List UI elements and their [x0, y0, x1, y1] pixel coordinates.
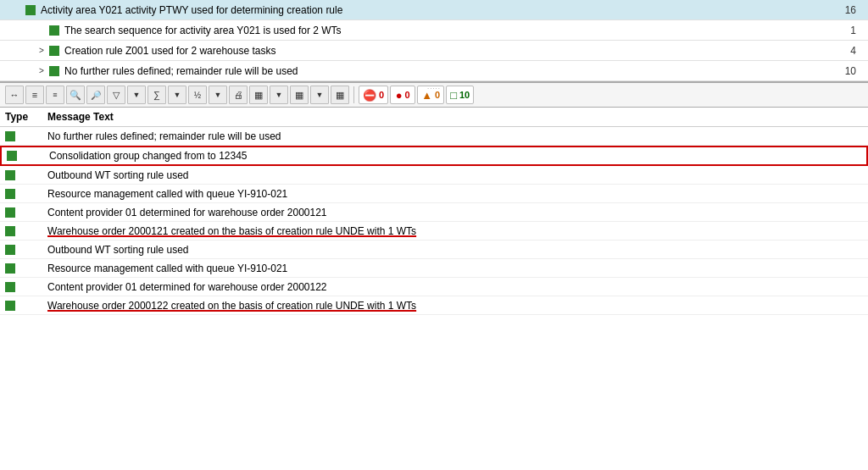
- status-icon-2: [49, 46, 59, 56]
- tree-row-count-0: 16: [837, 4, 863, 16]
- tree-row-0[interactable]: Activity area Y021 activity PTWY used fo…: [0, 0, 868, 20]
- status-icon-3: [49, 66, 59, 76]
- info-badge[interactable]: □ 10: [446, 86, 474, 104]
- status-icon-0: [25, 5, 36, 15]
- message-row-1[interactable]: Consolidation group changed from to 1234…: [0, 146, 868, 166]
- message-row-2[interactable]: Outbound WT sorting rule used: [0, 166, 868, 185]
- msg-status-icon-2: [5, 170, 15, 180]
- tree-toggle-2[interactable]: >: [36, 45, 47, 57]
- message-row-6[interactable]: Outbound WT sorting rule used: [0, 241, 868, 259]
- drag-handle: .....: [427, 83, 441, 91]
- expand-btn[interactable]: ↔: [5, 86, 24, 104]
- msg-type-1: [7, 151, 49, 161]
- info-count: 10: [459, 90, 470, 100]
- tree-row-text-3: No further rules defined; remainder rule…: [64, 65, 837, 77]
- msg-text-9: Warehouse order 2000122 created on the b…: [47, 300, 863, 312]
- toolbar-separator: [353, 86, 354, 103]
- toolbar: ..... ↔ ≡ ≡ 🔍 🔎 ▽ ▼ ∑ ▼ ½ ▼ 🖨 ▦ ▼ ▦ ▼ ▦ …: [0, 83, 868, 108]
- grid-dropdown-btn[interactable]: ▼: [270, 86, 288, 104]
- stop-badge[interactable]: ⛔ 0: [359, 86, 388, 104]
- message-row-0[interactable]: No further rules defined; remainder rule…: [0, 127, 868, 146]
- search-btn[interactable]: 🔍: [66, 86, 85, 104]
- message-row-5[interactable]: Warehouse order 2000121 created on the b…: [0, 222, 868, 241]
- align-left-btn[interactable]: ≡: [25, 86, 44, 104]
- tree-section: Activity area Y021 activity PTWY used fo…: [0, 0, 868, 83]
- msg-type-9: [5, 301, 47, 311]
- tree-row-count-3: 10: [837, 65, 863, 77]
- msg-type-4: [5, 207, 47, 218]
- tree-row-text-1: The search sequence for activity area Y0…: [64, 25, 837, 36]
- stop-icon: ⛔: [363, 89, 376, 102]
- grid-btn[interactable]: ▦: [249, 86, 268, 104]
- text-column-header: Message Text: [47, 111, 863, 123]
- sum-dropdown-btn[interactable]: ▼: [168, 86, 186, 104]
- message-row-3[interactable]: Resource management called with queue YI…: [0, 185, 868, 203]
- tree-row-2[interactable]: > Creation rule Z001 used for 2 warehous…: [0, 41, 868, 61]
- msg-text-2: Outbound WT sorting rule used: [47, 169, 863, 181]
- msg-type-6: [5, 245, 47, 255]
- message-table-header: Type Message Text: [0, 108, 868, 127]
- align-center-btn[interactable]: ≡: [46, 86, 64, 104]
- msg-text-1: Consolidation group changed from to 1234…: [49, 150, 861, 162]
- message-row-9[interactable]: Warehouse order 2000122 created on the b…: [0, 296, 868, 315]
- msg-status-icon-9: [5, 301, 15, 311]
- warning-count: 0: [435, 90, 440, 100]
- message-row-4[interactable]: Content provider 01 determined for wareh…: [0, 203, 868, 222]
- error-icon: ●: [396, 89, 403, 102]
- tree-row-text-2: Creation rule Z001 used for 2 warehouse …: [64, 45, 837, 57]
- sum-btn[interactable]: ∑: [147, 86, 166, 104]
- msg-text-6: Outbound WT sorting rule used: [47, 244, 863, 256]
- msg-status-icon-8: [5, 282, 15, 292]
- expand-grid-btn[interactable]: ▦: [290, 86, 309, 104]
- error-badge[interactable]: ● 0: [390, 86, 415, 104]
- filter-dropdown-btn[interactable]: ▼: [127, 86, 146, 104]
- msg-status-icon-5: [5, 226, 15, 236]
- message-row-7[interactable]: Resource management called with queue YI…: [0, 259, 868, 278]
- msg-status-icon-3: [5, 189, 15, 199]
- msg-text-8: Content provider 01 determined for wareh…: [47, 281, 863, 293]
- message-row-8[interactable]: Content provider 01 determined for wareh…: [0, 278, 868, 296]
- print-btn[interactable]: 🖨: [229, 86, 248, 104]
- stop-count: 0: [379, 90, 384, 100]
- tree-row-3[interactable]: > No further rules defined; remainder ru…: [0, 61, 868, 81]
- msg-status-icon-0: [5, 131, 15, 141]
- fraction-btn[interactable]: ½: [188, 86, 207, 104]
- msg-status-icon-7: [5, 263, 15, 274]
- msg-status-icon-4: [5, 207, 15, 218]
- msg-type-3: [5, 189, 47, 199]
- msg-type-0: [5, 131, 47, 141]
- message-list: No further rules defined; remainder rule…: [0, 127, 868, 315]
- msg-text-3: Resource management called with queue YI…: [47, 188, 863, 200]
- msg-type-8: [5, 282, 47, 292]
- tree-row-text-0: Activity area Y021 activity PTWY used fo…: [41, 4, 837, 16]
- type-column-header: Type: [5, 111, 47, 123]
- msg-text-7: Resource management called with queue YI…: [47, 263, 863, 274]
- msg-text-0: No further rules defined; remainder rule…: [47, 130, 863, 142]
- fraction-dropdown-btn[interactable]: ▼: [209, 86, 227, 104]
- msg-text-5: Warehouse order 2000121 created on the b…: [47, 225, 863, 237]
- msg-type-2: [5, 170, 47, 180]
- filter-btn[interactable]: ▽: [107, 86, 125, 104]
- tree-row-count-2: 4: [837, 45, 863, 57]
- tree-row-count-1: 1: [837, 25, 863, 36]
- error-count: 0: [404, 90, 409, 100]
- msg-status-icon-6: [5, 245, 15, 255]
- search-variant-btn[interactable]: 🔎: [86, 86, 105, 104]
- status-icon-1: [49, 25, 59, 36]
- info-icon: □: [450, 89, 457, 102]
- tree-toggle-3[interactable]: >: [36, 65, 47, 77]
- msg-text-4: Content provider 01 determined for wareh…: [47, 207, 863, 218]
- expand-grid-dropdown-btn[interactable]: ▼: [310, 86, 329, 104]
- msg-type-7: [5, 263, 47, 274]
- calendar-btn[interactable]: ▦: [331, 86, 349, 104]
- tree-row-1[interactable]: The search sequence for activity area Y0…: [0, 20, 868, 41]
- msg-type-5: [5, 226, 47, 236]
- msg-status-icon-1: [7, 151, 17, 161]
